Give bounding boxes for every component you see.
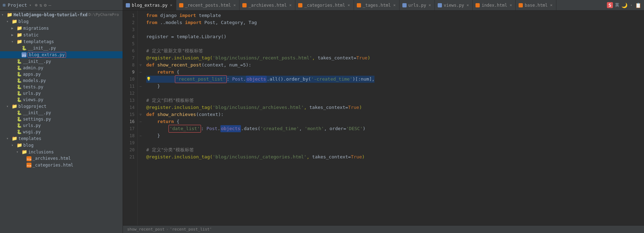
sidebar-item-urls-blogproject[interactable]: 🐍 urls.py [0,122,123,129]
sidebar-item-blog[interactable]: ▾ 📁 blog [0,18,123,25]
tab-label: _categories.html [304,3,345,8]
sidebar-item-init-py-blog[interactable]: 🐍 __init__.py [0,58,123,65]
tab-tages-html[interactable]: _tages.html ✕ [354,0,400,10]
title-bar: ⊞ Project ▾ ⊕ ⇅ ⚙ — [0,0,123,10]
tab-close[interactable]: ✕ [392,3,396,7]
layout-icon[interactable]: ⇅ [39,2,42,8]
tab-py-icon [438,3,442,7]
code-line-1: from django import template [146,12,374,19]
sidebar-item-label: blogproject [18,104,46,109]
code-line-21: @register.inclusion_tag('blog/inclusions… [146,153,374,161]
code-line-11: } [146,83,374,90]
tab-close[interactable]: ✕ [466,3,470,7]
editor-area: 1 2 3 4 5 6 7 8 9 10 11 12 13 14 15 16 1 [123,11,644,233]
line-num-8: 8 [123,62,137,69]
top-right-icons: S 英 🌙 · 📋 [607,0,644,10]
tab-blog-extras-py[interactable]: blog_extras.py ✕ [123,0,176,10]
sidebar-item-label: inclusions [28,150,54,155]
tab-html-icon [298,3,302,7]
sidebar-item-tests-py[interactable]: 🐍 tests.py [0,84,123,90]
tab-base-html[interactable]: base.html ✕ [516,0,556,10]
sidebar-item-blogproject[interactable]: ▾ 📁 blogproject [0,103,123,110]
sidebar-item-blog-extras-py[interactable]: py blog_extras.py [0,51,123,58]
clipboard-icon[interactable]: 📋 [635,2,641,8]
tab-urls-py[interactable]: urls.py ✕ [400,0,435,10]
line-num-6: 6 [123,47,137,54]
line-num-15: 15 [123,111,137,118]
project-label: Project [8,2,27,8]
sidebar-item-init-blogproject[interactable]: 🐍 __init__.py [0,110,123,116]
code-line-7: @register.inclusion_tag('blog/inclusions… [146,54,374,62]
sidebar-item-models-py[interactable]: 🐍 models.py [0,77,123,84]
tab-html-icon [242,3,247,7]
lang-icon[interactable]: 英 [615,2,619,8]
project-dropdown-icon[interactable]: ▾ [29,3,31,7]
sidebar-item-inclusions[interactable]: ▾ 📁 inclusions [0,148,123,155]
sidebar-item-templates[interactable]: ▾ 📁 templates [0,135,123,142]
sidebar-root[interactable]: ▾ 📁 HelloDjango-blog-tutorial-fxd D:\PyC… [0,11,123,18]
sidebar-item-migrations[interactable]: ▶ 📁 migrations [0,25,123,31]
minimize-icon[interactable]: — [48,2,51,8]
main-layout: ▾ 📁 HelloDjango-blog-tutorial-fxd D:\PyC… [0,11,644,233]
tab-close[interactable]: ✕ [549,3,553,7]
tab-close[interactable]: ✕ [509,3,513,7]
folder-arrow-down: ▾ [11,143,16,147]
folder-icon: 📁 [12,104,17,109]
code-line-2: from ..models import Post, Category, Tag [146,19,374,26]
dot-icon: · [630,2,633,8]
sidebar-item-label: wsgi.py [23,129,41,134]
line-num-11: 11 [123,83,137,90]
tab-label: _recent_posts.html [185,3,231,8]
tab-categories-html[interactable]: _categories.html ✕ [295,0,354,10]
code-line-10: 💡 'recent_post_list': Post.objects.all()… [146,76,374,83]
tab-label: views.py [444,3,464,8]
folder-arrow-down: ▾ [16,150,20,154]
status-bar: show_recent_post › 'recent_post_list' [123,225,644,233]
sidebar-item-admin-py[interactable]: 🐍 admin.py [0,65,123,71]
sidebar-item-label: __init__.py [23,110,51,115]
sidebar-item-archieves-html[interactable]: html _archieves.html [0,155,123,162]
tab-close[interactable]: ✕ [347,3,351,7]
add-icon[interactable]: ⊕ [35,2,38,8]
tab-html-icon [519,3,523,7]
py-icon: 🐍 [17,65,22,70]
tab-index-html[interactable]: index.html ✕ [473,0,516,10]
sidebar-item-urls-py-blog[interactable]: 🐍 urls.py [0,90,123,97]
sidebar-item-init-py-templatetags[interactable]: 🐍 __init__.py [0,45,123,51]
tab-close[interactable]: ✕ [233,3,237,7]
tab-recent-posts-html[interactable]: _recent_posts.html ✕ [176,0,240,10]
tab-close[interactable]: ✕ [169,3,173,7]
tab-archieves-html[interactable]: _archieves.html ✕ [240,0,295,10]
tab-close[interactable]: ✕ [428,3,432,7]
sidebar-item-apps-py[interactable]: 🐍 apps.py [0,71,123,77]
sidebar-item-settings-py[interactable]: 🐍 settings.py [0,116,123,122]
tabs-bar: blog_extras.py ✕ _recent_posts.html ✕ _a… [123,0,644,10]
code-line-17: 'date_list': Post.objects.dates('created… [146,125,374,132]
py-icon: 🐍 [17,110,22,115]
s-icon[interactable]: S [607,2,613,8]
tab-close[interactable]: ✕ [289,3,293,7]
tab-py-icon [402,3,407,7]
folder-arrow-down: ▾ [11,40,16,43]
folder-icon: 📁 [12,19,17,24]
sidebar-item-templatetags[interactable]: ▾ 📁 templatetags [0,38,123,45]
moon-icon[interactable]: 🌙 [621,2,627,8]
sidebar-item-wsgi-py[interactable]: 🐍 wsgi.py [0,129,123,135]
sidebar-item-label: views.py [23,97,43,102]
sidebar-item-label: blog_extras.py [28,52,66,58]
fold-gutter: ▽ — — ▽ — — [138,12,143,161]
line-num-7: 7 [123,54,137,62]
sidebar-item-views-py-blog[interactable]: 🐍 views.py [0,97,123,103]
sidebar-item-label: static [23,33,39,37]
actual-code: from django import template from ..model… [143,12,374,161]
code-content[interactable]: ▽ — — ▽ — — [138,11,644,225]
tab-views-py[interactable]: views.py ✕ [435,0,473,10]
line-num-1: 1 [123,12,137,19]
line-num-10: 10 [123,76,137,83]
settings-icon[interactable]: ⚙ [44,2,47,8]
sidebar-item-categories-html[interactable]: html _categories.html [0,162,123,169]
sidebar-item-templates-blog[interactable]: ▾ 📁 blog [0,142,123,148]
html-icon: html [26,156,31,161]
breadcrumb-sep: › [166,227,169,232]
sidebar-item-static[interactable]: ▶ 📁 static [0,31,123,38]
